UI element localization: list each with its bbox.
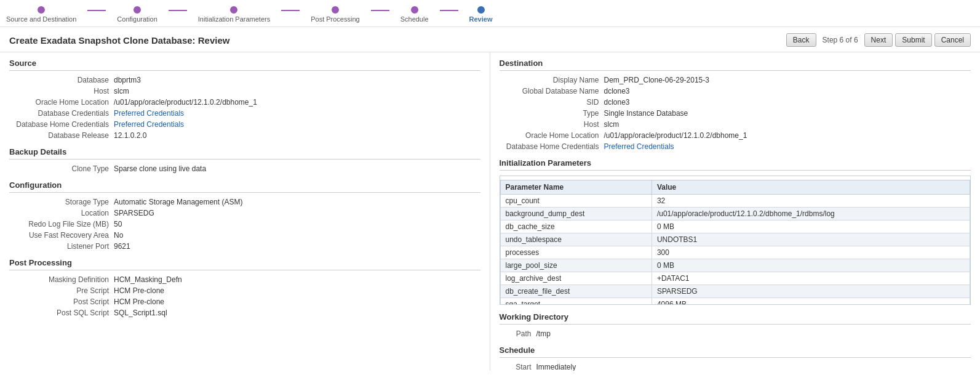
working-dir-section-header: Working Directory (500, 312, 971, 325)
post-processing-section-header: Post Processing (9, 258, 480, 270)
param-name-cell: large_pool_size (500, 259, 651, 272)
backup-section-header: Backup Details (9, 147, 480, 160)
dest-display-name-label: Display Name (500, 76, 604, 84)
dest-host-value: slcm (604, 120, 619, 129)
listener-port-value: 9621 (114, 242, 130, 251)
configuration-section-header: Configuration (9, 180, 480, 193)
dest-oracle-home-row: Oracle Home Location /u01/app/oracle/pro… (500, 131, 971, 140)
schedule-start-label: Start (500, 363, 536, 371)
cancel-button[interactable]: Cancel (934, 33, 971, 47)
param-value-cell: 32 (651, 195, 970, 208)
table-row: cpu_count32 (500, 195, 970, 208)
param-value-cell: 4096 MB (651, 298, 970, 305)
dest-db-home-creds-row: Database Home Credentials Preferred Cred… (500, 142, 971, 151)
source-host-row: Host slcm (9, 87, 480, 95)
param-name-cell: sga_target (500, 298, 651, 305)
wizard-connector-5 (440, 10, 458, 11)
table-row: log_archive_dest+DATAC1 (500, 272, 970, 285)
param-value-cell: 0 MB (651, 259, 970, 272)
wizard-step-init-params[interactable]: Initialization Parameters (198, 6, 270, 23)
dest-host-label: Host (500, 120, 604, 129)
source-db-home-creds-value: Preferred Credentials (114, 120, 184, 129)
dest-type-row: Type Single Instance Database (500, 109, 971, 118)
source-database-label: Database (9, 76, 114, 84)
param-name-cell: db_create_file_dest (500, 285, 651, 298)
wizard-connector-2 (169, 10, 187, 11)
param-value-cell: 300 (651, 246, 970, 259)
step-info: Step 6 of 6 (823, 36, 858, 44)
working-dir-path-row: Path /tmp (500, 329, 971, 338)
redo-log-value: 50 (114, 220, 122, 228)
source-db-creds-row: Database Credentials Preferred Credentia… (9, 109, 480, 118)
wizard-step-schedule[interactable]: Schedule (400, 6, 429, 23)
param-name-cell: processes (500, 246, 651, 259)
post-sql-label: Post SQL Script (9, 309, 114, 317)
wizard-bar: Source and Destination Configuration Ini… (0, 0, 980, 27)
post-script-value: HCM Pre-clone (114, 297, 164, 306)
source-database-value: dbprtm3 (114, 76, 141, 84)
clone-type-label: Clone Type (9, 164, 114, 173)
table-row: undo_tablespaceUNDOTBS1 (500, 233, 970, 246)
param-name-cell: cpu_count (500, 195, 651, 208)
col-header-name: Parameter Name (500, 180, 651, 195)
dest-display-name-row: Display Name Dem_PRD_Clone-06-29-2015-3 (500, 76, 971, 84)
next-button[interactable]: Next (864, 33, 893, 47)
table-row: db_create_file_destSPARSEDG (500, 285, 970, 298)
step-label-schedule: Schedule (400, 15, 429, 23)
source-db-home-creds-label: Database Home Credentials (9, 120, 114, 129)
dest-sid-label: SID (500, 98, 604, 107)
source-db-release-row: Database Release 12.1.0.2.0 (9, 131, 480, 140)
post-sql-value: SQL_Script1.sql (114, 309, 167, 317)
pre-script-value: HCM Pre-clone (114, 286, 164, 295)
dest-global-db-row: Global Database Name dclone3 (500, 87, 971, 95)
redo-log-label: Redo Log File Size (MB) (9, 220, 114, 228)
init-params-section-header: Initialization Parameters (500, 158, 971, 171)
right-panel: Destination Display Name Dem_PRD_Clone-0… (490, 52, 981, 371)
step-label-configuration: Configuration (117, 15, 157, 23)
param-value-cell: /u01/app/oracle/product/12.1.0.2/dbhome_… (651, 208, 970, 220)
location-row: Location SPARSEDG (9, 209, 480, 217)
storage-type-value: Automatic Storage Management (ASM) (114, 198, 242, 206)
table-row: large_pool_size0 MB (500, 259, 970, 272)
wizard-step-configuration[interactable]: Configuration (117, 6, 157, 23)
param-name-cell: db_cache_size (500, 220, 651, 233)
storage-type-row: Storage Type Automatic Storage Managemen… (9, 198, 480, 206)
step-circle-post-processing (332, 6, 339, 14)
wizard-step-source-dest[interactable]: Source and Destination (6, 6, 76, 23)
table-row: sga_target4096 MB (500, 298, 970, 305)
schedule-section-header: Schedule (500, 346, 971, 358)
table-row: processes300 (500, 246, 970, 259)
step-label-review: Review (469, 15, 493, 23)
source-db-release-label: Database Release (9, 131, 114, 140)
working-dir-path-label: Path (500, 329, 536, 338)
source-db-home-creds-row: Database Home Credentials Preferred Cred… (9, 120, 480, 129)
storage-type-label: Storage Type (9, 198, 114, 206)
dest-host-row: Host slcm (500, 120, 971, 129)
dest-oracle-home-label: Oracle Home Location (500, 131, 604, 140)
fast-recovery-label: Use Fast Recovery Area (9, 231, 114, 240)
init-params-table-wrapper[interactable]: Parameter Name Value cpu_count32backgrou… (500, 176, 971, 305)
wizard-step-review[interactable]: Review (469, 6, 493, 23)
source-oracle-home-value: /u01/app/oracle/product/12.1.0.2/dbhome_… (114, 98, 257, 107)
schedule-start-value: Immediately (536, 363, 576, 371)
dest-sid-value: dclone3 (604, 98, 630, 107)
dest-display-name-value: Dem_PRD_Clone-06-29-2015-3 (604, 76, 709, 84)
source-host-label: Host (9, 87, 114, 95)
param-value-cell: SPARSEDG (651, 285, 970, 298)
submit-button[interactable]: Submit (895, 33, 931, 47)
listener-port-label: Listener Port (9, 242, 114, 251)
step-circle-source-dest (38, 6, 45, 14)
listener-port-row: Listener Port 9621 (9, 242, 480, 251)
wizard-connector-4 (371, 10, 389, 11)
destination-section-header: Destination (500, 59, 971, 71)
table-row: db_cache_size0 MB (500, 220, 970, 233)
step-circle-init-params (230, 6, 237, 14)
step-circle-configuration (133, 6, 141, 14)
wizard-step-post-processing[interactable]: Post Processing (311, 6, 359, 23)
clone-type-row: Clone Type Sparse clone using live data (9, 164, 480, 173)
back-button[interactable]: Back (786, 33, 816, 47)
wizard-connector-3 (281, 10, 300, 11)
step-circle-schedule (411, 6, 418, 14)
source-db-release-value: 12.1.0.2.0 (114, 131, 146, 140)
source-oracle-home-row: Oracle Home Location /u01/app/oracle/pro… (9, 98, 480, 107)
